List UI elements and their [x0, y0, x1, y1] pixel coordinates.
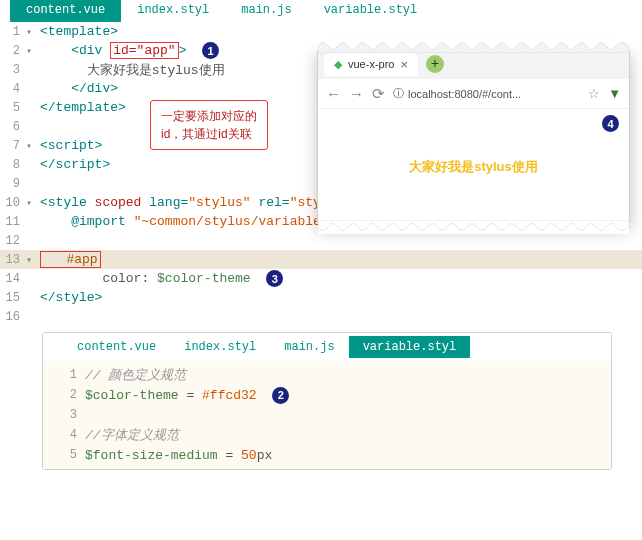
- main-editor: content.vue index.styl main.js variable.…: [0, 0, 642, 326]
- browser-tab[interactable]: ◆ vue-x-pro ×: [324, 53, 418, 76]
- new-tab-button[interactable]: +: [426, 55, 444, 73]
- url-text: localhost:8080/#/cont...: [408, 88, 521, 100]
- sub-tab-variable-styl[interactable]: variable.styl: [349, 336, 471, 358]
- browser-viewport: 4 大家好我是stylus使用: [318, 109, 629, 224]
- sub-tab-index-styl[interactable]: index.styl: [170, 336, 270, 358]
- sub-tabs: content.vue index.styl main.js variable.…: [43, 333, 611, 361]
- badge-1: 1: [202, 42, 219, 59]
- favicon-icon: ◆: [334, 58, 342, 71]
- sub-tab-main-js[interactable]: main.js: [270, 336, 348, 358]
- url-bar[interactable]: ⓘ localhost:8080/#/cont...: [393, 86, 580, 101]
- browser-window: ◆ vue-x-pro × + ← → ⟳ ⓘ localhost:8080/#…: [317, 48, 630, 225]
- highlight-id-app: id="app": [110, 42, 178, 59]
- sub-code[interactable]: 1// 颜色定义规范 2$color-theme = #ffcd32 2 3 4…: [43, 361, 611, 469]
- main-code[interactable]: 1▾<template> 2▾ <div id="app"> 1 3 大家好我是…: [0, 22, 642, 326]
- badge-2: 2: [272, 387, 289, 404]
- tab-main-js[interactable]: main.js: [225, 0, 307, 22]
- browser-tabbar: ◆ vue-x-pro × +: [318, 49, 629, 79]
- back-icon[interactable]: ←: [326, 85, 341, 102]
- close-icon[interactable]: ×: [400, 57, 408, 72]
- main-tabs: content.vue index.styl main.js variable.…: [0, 0, 642, 22]
- shield-icon[interactable]: ▼: [608, 86, 621, 101]
- tab-index-styl[interactable]: index.styl: [121, 0, 225, 22]
- highlight-selector-app: #app: [40, 251, 101, 268]
- tab-content-vue[interactable]: content.vue: [10, 0, 121, 22]
- browser-tab-title: vue-x-pro: [348, 58, 394, 70]
- browser-toolbar: ← → ⟳ ⓘ localhost:8080/#/cont... ☆ ▼: [318, 79, 629, 109]
- page-content: 大家好我是stylus使用: [409, 158, 538, 176]
- reload-icon[interactable]: ⟳: [372, 85, 385, 103]
- badge-4: 4: [602, 115, 619, 132]
- badge-3: 3: [266, 270, 283, 287]
- star-icon[interactable]: ☆: [588, 86, 600, 101]
- sub-editor: content.vue index.styl main.js variable.…: [42, 332, 612, 470]
- sub-tab-content-vue[interactable]: content.vue: [63, 336, 170, 358]
- info-icon: ⓘ: [393, 86, 404, 101]
- forward-icon[interactable]: →: [349, 85, 364, 102]
- callout-note: 一定要添加对应的 id，其通过id关联: [150, 100, 268, 150]
- tab-variable-styl[interactable]: variable.styl: [308, 0, 434, 22]
